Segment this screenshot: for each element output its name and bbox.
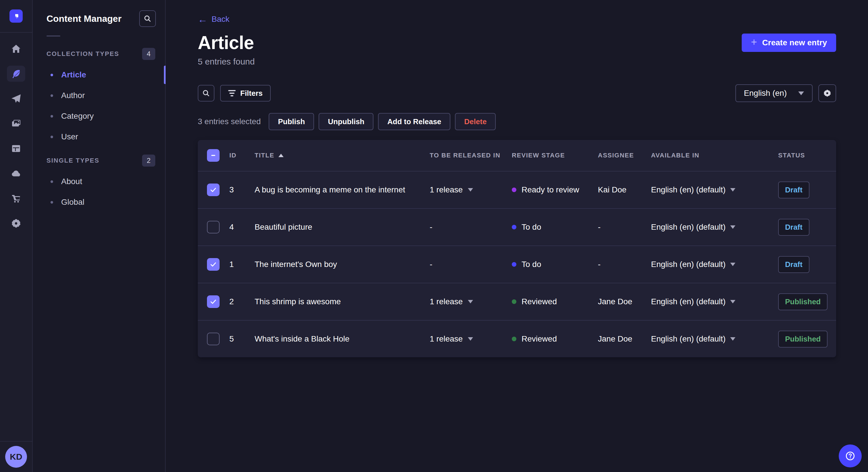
locale-select[interactable]: English (en) bbox=[735, 84, 813, 102]
status-badge: Draft bbox=[778, 256, 809, 273]
column-header-title[interactable]: TITLE bbox=[255, 152, 430, 159]
sidebar-item-releases[interactable] bbox=[7, 91, 25, 107]
search-button[interactable] bbox=[198, 85, 214, 102]
stage-dot-icon bbox=[512, 225, 516, 229]
sidebar-item-global[interactable]: Global bbox=[33, 192, 165, 212]
sidebar-item-about[interactable]: About bbox=[33, 171, 165, 192]
layout-icon bbox=[10, 143, 22, 154]
sidebar-item-marketplace[interactable] bbox=[7, 191, 25, 206]
chevron-down-icon bbox=[730, 263, 735, 266]
filters-button[interactable]: Filters bbox=[220, 85, 271, 102]
user-avatar[interactable]: KD bbox=[5, 446, 27, 468]
back-link[interactable]: ← Back bbox=[198, 14, 229, 24]
cell-release[interactable]: 1 release bbox=[430, 334, 512, 343]
cell-id: 2 bbox=[229, 297, 255, 306]
sidebar-item-home[interactable] bbox=[7, 41, 25, 57]
table-row[interactable]: 3 A bug is becoming a meme on the intern… bbox=[198, 171, 836, 208]
cell-id: 4 bbox=[229, 223, 255, 232]
cell-available-in[interactable]: English (en) (default) bbox=[651, 334, 778, 343]
column-header-review-stage[interactable]: REVIEW STAGE bbox=[512, 152, 598, 159]
shopping-cart-icon bbox=[10, 193, 22, 204]
images-icon bbox=[10, 118, 22, 129]
cell-available-in[interactable]: English (en) (default) bbox=[651, 223, 778, 232]
stage-dot-icon bbox=[512, 188, 516, 192]
cell-assignee: Kai Doe bbox=[598, 185, 651, 194]
row-checkbox[interactable] bbox=[207, 258, 220, 271]
sidebar-item-content-manager[interactable] bbox=[7, 66, 25, 82]
selection-count-text: 3 entries selected bbox=[198, 117, 260, 126]
row-checkbox[interactable] bbox=[207, 183, 220, 196]
cell-release[interactable]: - bbox=[430, 223, 512, 232]
select-all-checkbox[interactable] bbox=[207, 149, 220, 162]
check-icon bbox=[210, 298, 217, 305]
sidebar-item-article[interactable]: Article bbox=[33, 65, 165, 85]
entries-count: 5 entries found bbox=[198, 57, 836, 67]
cloud-icon bbox=[10, 168, 22, 179]
stage-dot-icon bbox=[512, 337, 516, 341]
cell-assignee: - bbox=[598, 260, 651, 269]
unpublish-button[interactable]: Unpublish bbox=[319, 113, 373, 130]
cell-available-in[interactable]: English (en) (default) bbox=[651, 260, 778, 269]
chevron-down-icon bbox=[798, 92, 804, 95]
gear-icon bbox=[823, 89, 832, 98]
section-label: COLLECTION TYPES bbox=[46, 50, 119, 58]
item-label: Category bbox=[61, 111, 94, 121]
add-to-release-button[interactable]: Add to Release bbox=[378, 113, 451, 130]
section-count-badge: 2 bbox=[142, 155, 155, 167]
sidebar-item-category[interactable]: Category bbox=[33, 106, 165, 127]
subnav-search-button[interactable] bbox=[139, 10, 156, 27]
publish-button[interactable]: Publish bbox=[269, 113, 314, 130]
table-row[interactable]: 4 Beautiful picture - To do - English (e… bbox=[198, 208, 836, 245]
section-collection-types: COLLECTION TYPES 4 Article Author Catego… bbox=[33, 48, 165, 147]
cell-id: 3 bbox=[229, 185, 255, 194]
sidebar-item-settings[interactable] bbox=[7, 215, 25, 231]
table-row[interactable]: 1 The internet's Own boy - To do - Engli… bbox=[198, 245, 836, 283]
help-button[interactable] bbox=[839, 444, 862, 467]
section-label: SINGLE TYPES bbox=[46, 157, 99, 164]
row-checkbox[interactable] bbox=[207, 221, 220, 233]
bullet-icon bbox=[51, 136, 53, 138]
sidebar-item-user[interactable]: User bbox=[33, 127, 165, 147]
locale-selected-value: English (en) bbox=[744, 89, 787, 98]
cell-title: This shrimp is awesome bbox=[255, 297, 430, 306]
strapi-logo[interactable] bbox=[9, 9, 23, 23]
cell-id: 5 bbox=[229, 334, 255, 343]
nav-footer: KD bbox=[0, 441, 32, 472]
cell-release[interactable]: 1 release bbox=[430, 185, 512, 194]
cell-status: Draft bbox=[778, 256, 827, 273]
main-nav: KD bbox=[0, 0, 33, 472]
indeterminate-icon bbox=[210, 152, 217, 159]
sidebar-item-content-type-builder[interactable] bbox=[7, 140, 25, 157]
stage-dot-icon bbox=[512, 262, 516, 267]
column-header-id[interactable]: ID bbox=[229, 152, 255, 159]
table-row[interactable]: 5 What's inside a Black Hole 1 release R… bbox=[198, 320, 836, 357]
view-settings-button[interactable] bbox=[818, 84, 836, 102]
cell-review-stage: To do bbox=[512, 223, 598, 232]
content-manager-subnav: Content Manager COLLECTION TYPES 4 Artic… bbox=[33, 0, 166, 472]
chevron-down-icon bbox=[730, 225, 735, 229]
cell-available-in[interactable]: English (en) (default) bbox=[651, 297, 778, 306]
stage-dot-icon bbox=[512, 299, 516, 304]
cell-title: The internet's Own boy bbox=[255, 260, 430, 269]
sidebar-item-cloud[interactable] bbox=[7, 165, 25, 181]
cell-release[interactable]: - bbox=[430, 260, 512, 269]
row-checkbox[interactable] bbox=[207, 333, 220, 345]
sidebar-item-author[interactable]: Author bbox=[33, 85, 165, 106]
cell-status: Draft bbox=[778, 181, 827, 198]
create-new-entry-button[interactable]: + Create new entry bbox=[742, 34, 836, 52]
back-arrow-icon: ← bbox=[198, 14, 208, 24]
search-icon bbox=[143, 14, 152, 23]
column-header-release[interactable]: TO BE RELEASED IN bbox=[430, 152, 512, 159]
delete-button[interactable]: Delete bbox=[455, 113, 496, 130]
column-header-status[interactable]: STATUS bbox=[778, 152, 827, 159]
cell-release[interactable]: 1 release bbox=[430, 297, 512, 306]
table-row[interactable]: 2 This shrimp is awesome 1 release Revie… bbox=[198, 283, 836, 320]
chevron-down-icon bbox=[730, 188, 735, 192]
main-content: ← Back Article + Create new entry 5 entr… bbox=[166, 0, 868, 357]
cell-available-in[interactable]: English (en) (default) bbox=[651, 185, 778, 194]
column-header-available-in[interactable]: AVAILABLE IN bbox=[651, 152, 778, 159]
sidebar-item-media-library[interactable] bbox=[7, 115, 25, 132]
row-checkbox[interactable] bbox=[207, 295, 220, 308]
page-title: Article bbox=[198, 32, 254, 53]
column-header-assignee[interactable]: ASSIGNEE bbox=[598, 152, 651, 159]
